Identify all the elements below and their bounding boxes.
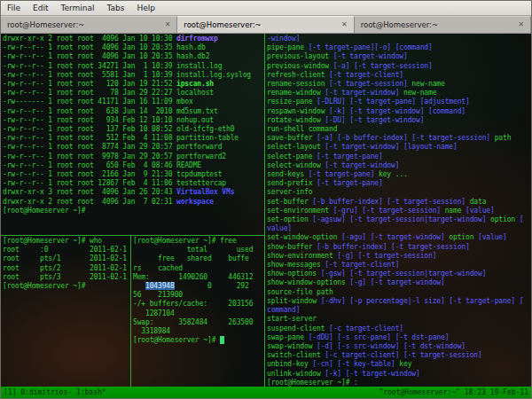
terminal-line: free shared buffe: [133, 254, 262, 263]
terminal-line: pipe-pane [-t target-pane][-o] [command]: [267, 43, 529, 52]
terminal-text-segment: send-keys: [267, 170, 309, 178]
terminal-text-segment: [-agsuw] [-t target-session|target-windo…: [312, 215, 486, 223]
pane-tmux-commands[interactable]: -window]pipe-pane [-t target-pane][-o] […: [265, 34, 531, 387]
terminal-text-segment: -rw-r--r-- 1 root root 78 Jan 29 22:27 l…: [3, 89, 214, 97]
terminal-line: drwxr-xr-x 2 root root 4096 Jan 10 10:30…: [3, 35, 262, 43]
pane-free-output[interactable]: [root@Homeserver ~]# free total used fre…: [131, 236, 264, 387]
terminal-text-segment: ipscan.sh: [176, 80, 214, 88]
terminal-text-segment: [root@Homeserver ~]# :: [267, 379, 358, 387]
terminal-text-segment: [root@Homeserver ~]# who: [3, 237, 102, 245]
terminal-text-segment: -rw-r--r-- 1 root root 12867 Feb 4 11:06…: [3, 179, 226, 187]
terminal-text-segment: root pts/3 2011-02-1: [3, 273, 127, 281]
terminal-line: 1287104: [133, 309, 262, 318]
terminal-text-segment: command]: [267, 306, 300, 314]
terminal-line: -rw-r--r-- 1 root root 4096 Jan 10 20:35…: [3, 43, 262, 52]
terminal-text-segment: 1287104: [133, 309, 175, 317]
terminal-line: swap-window [-d] [-s src-window] [-t dst…: [267, 342, 529, 351]
terminal-line: set-environment [-gru] [-t target-sessio…: [267, 207, 529, 215]
terminal-text-segment: -rw-r--r-- 1 root root 34271 Jan 1 10:39…: [3, 62, 222, 70]
terminal-text-segment: [-DLRU] [-t target-pane] [adjustment]: [317, 98, 470, 106]
terminal-text-segment: key ...: [374, 170, 407, 178]
terminal-window: FileEditTerminalTabsHelp root@Homeserver…: [0, 0, 532, 399]
terminal-text-segment: suspend-client: [267, 325, 329, 332]
menu-bar: FileEditTerminalTabsHelp: [1, 1, 531, 16]
terminal-line: -rw-r--r-- 1 root root 934 Feb 12 10:10 …: [3, 116, 262, 125]
terminal-line: rename-session [-t target-session] new-n…: [267, 80, 529, 89]
terminal-line: select-layout [-t target-window] [layout…: [267, 143, 529, 152]
terminal-line: root pts/3 2011-02-1: [3, 273, 129, 282]
terminal-line: [root@Homeserver ~]#: [133, 336, 262, 345]
terminal-text-segment: resize-pane: [267, 98, 317, 106]
terminal-text-segment: previous-window: [267, 62, 333, 70]
terminal-line: resize-pane [-DLRU] [-t target-pane] [ad…: [267, 98, 529, 106]
terminal-line: show-environment [-g] [-t target-session…: [267, 252, 529, 261]
terminal-text-segment: rs cached: [133, 264, 183, 272]
menu-item-edit[interactable]: Edit: [27, 3, 54, 13]
terminal-text-segment: -rw-r--r-- 1 root root 8774 Jan 29 20:57…: [3, 143, 222, 151]
terminal-line: -window]: [267, 35, 529, 43]
terminal-line: [root@Homeserver ~]#: [3, 282, 129, 291]
terminal-line: run-shell command: [267, 125, 529, 134]
terminal-text-segment: select-layout: [267, 143, 325, 151]
tab-0[interactable]: root@Homeserver:~✕: [1, 16, 177, 33]
terminal-text-segment: set-window-option: [267, 233, 341, 241]
terminal-text-segment: [root@Homeserver ~]#: [133, 336, 220, 344]
terminal-line: -rw-r--r-- 1 root root 5581 Jan 1 10:39 …: [3, 71, 262, 80]
pane-file-listing[interactable]: drwxr-xr-x 2 root root 4096 Jan 10 10:30…: [1, 34, 264, 236]
terminal-text-segment: swap-pane: [267, 333, 309, 341]
terminal-text-segment: [220, 336, 224, 344]
left-bottom-row: [root@Homeserver ~]# whoroot :0 2011-02-…: [1, 236, 264, 387]
terminal-text-segment: [-t target-pane][-o] [command]: [309, 43, 433, 51]
terminal-line: save-buffer [-a] [-b buffer-index] [-t t…: [267, 134, 529, 143]
terminal-text-segment: [-k] [-t target-window] [command]: [329, 107, 466, 115]
menu-item-tabs[interactable]: Tabs: [101, 3, 131, 13]
terminal-text-segment: [-k] [-t target-window]: [325, 370, 419, 378]
menu-item-terminal[interactable]: Terminal: [55, 3, 101, 13]
terminal-line: command]: [267, 306, 529, 315]
terminal-text-segment: workspace: [176, 198, 214, 206]
terminal-text-segment: -rw-r--r-- 1 root root 638 Jun 14 2010 m…: [3, 107, 218, 115]
terminal-text-segment: unlink-window: [267, 370, 325, 378]
menu-item-help[interactable]: Help: [130, 3, 161, 13]
tab-close-icon[interactable]: ✕: [163, 20, 173, 29]
tab-2[interactable]: root@Homeserver:~✕: [355, 16, 531, 33]
terminal-text-segment: source-file path: [267, 288, 333, 296]
tab-close-icon[interactable]: ✕: [340, 20, 349, 29]
terminal-text-segment: 1043948: [145, 282, 175, 290]
terminal-text-segment: -rw-r--r-- 1 root root 9978 Jan 29 20:57…: [3, 153, 226, 160]
terminal-line: -rw-r--r-- 1 root root 638 Jun 14 2010 m…: [3, 107, 262, 116]
terminal-text-segment: [-gsw] [-t target-session|target-window]: [321, 270, 487, 278]
terminal-text-segment: rename-window: [267, 89, 325, 97]
terminal-line: 3318984: [133, 327, 262, 336]
terminal-line: start-server: [267, 315, 529, 324]
menu-item-file[interactable]: File: [1, 3, 27, 13]
terminal-line: show-options [-gsw] [-t target-session|t…: [267, 270, 529, 278]
terminal-text-segment: option: [445, 233, 478, 241]
terminal-line: root pts/2 2011-02-1: [3, 264, 129, 273]
terminal-text-segment: show-messages: [267, 261, 325, 269]
terminal-text-segment: data: [466, 198, 486, 206]
terminal-text-segment: [root@Homeserver ~]# free: [133, 237, 237, 245]
tab-1[interactable]: root@Homeserver:~✕: [177, 16, 354, 33]
terminal-text-segment: [-agu] [-t target-window]: [341, 233, 445, 241]
terminal-text-segment: [-d] [-s src-window] [-t dst-window]: [317, 342, 466, 350]
terminal-text-segment: [-t target-client]: [329, 71, 403, 79]
terminal-line: -rw-r--r-- 1 root root 137 Feb 10 08:52 …: [3, 125, 262, 134]
terminal-text-segment: -rw-r--r-- 1 root root 4096 Jan 10 20:35…: [3, 43, 206, 51]
terminal-text-segment: [-a] [-b buffer-index] [-t target-sessio…: [317, 134, 490, 142]
pane-who-output[interactable]: [root@Homeserver ~]# whoroot :0 2011-02-…: [1, 236, 131, 387]
terminal-line: [root@Homeserver ~]#: [3, 207, 262, 215]
terminal-line: -rw-r--r-- 1 root root 2166 Jan 9 21:30 …: [3, 170, 262, 179]
terminal-line: -rw-r--r-- 1 root root 34271 Jan 1 10:39…: [3, 62, 262, 71]
terminal-text-segment: show-window-options: [267, 278, 349, 286]
terminal-text-segment: [-g] [-t target-window]: [349, 278, 444, 286]
terminal-text-segment: new-name: [408, 80, 445, 88]
terminal-text-segment: select-window: [267, 161, 325, 169]
terminal-text-segment: [-t target-client]: [325, 261, 399, 269]
terminal-text-segment: Swap: 3582484 263500: [133, 318, 253, 326]
terminal-line: drwxr-xr-x 3 root root 4096 Jan 26 20:43…: [3, 188, 262, 197]
terminal-line: previous-window [-a] [-t target-session]: [267, 62, 529, 71]
tab-title: root@Homeserver:~: [5, 20, 160, 29]
tab-close-icon[interactable]: ✕: [516, 20, 526, 29]
terminal-line: -rw------- 1 root root 41171 Jan 16 11:0…: [3, 98, 262, 106]
